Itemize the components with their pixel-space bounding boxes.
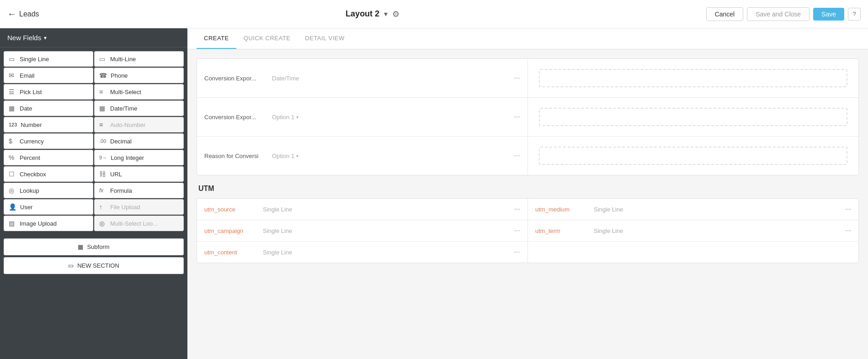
field-actions-menu[interactable]: ··· [514,152,520,160]
field-pick-list[interactable]: ☰ Pick List [4,84,93,100]
multi-line-icon: ▭ [99,55,107,63]
back-button[interactable]: ← Leads [7,9,39,19]
field-actions-menu[interactable]: ··· [514,205,520,213]
layout-content: Conversion Expor... Date/Time ··· Conver… [187,49,868,272]
field-type: Date/Time [272,75,511,82]
field-long-integer[interactable]: 9→ Long Integer [94,150,184,165]
field-date[interactable]: ▦ Date [4,100,93,116]
field-checkbox[interactable]: ☐ Checkbox [4,166,93,182]
field-actions-menu[interactable]: ··· [845,227,851,235]
field-cell-empty [528,98,858,136]
option-value: Option 1 [272,153,294,159]
conversion-section: Conversion Expor... Date/Time ··· Conver… [197,58,859,175]
drop-zone[interactable] [539,108,847,126]
tabs-bar: CREATE QUICK CREATE DETAIL VIEW [187,28,868,49]
field-label: Auto-Number [110,121,145,128]
option-dropdown-icon[interactable]: ▾ [296,153,298,158]
field-percent[interactable]: % Percent [4,150,93,165]
currency-icon: $ [9,137,16,145]
drop-zone[interactable] [539,69,847,87]
field-actions-menu[interactable]: ··· [514,74,520,82]
tab-create[interactable]: CREATE [197,28,236,49]
field-image-upload[interactable]: ▨ Image Upload [4,216,93,231]
save-button[interactable]: Save [813,8,844,21]
field-phone[interactable]: ☎ Phone [94,68,184,83]
topbar-center: Layout 2 ▾ ⚙ [39,9,706,19]
sidebar-bottom: ▦ Subform ▭ NEW SECTION [0,235,187,278]
field-actions-menu[interactable]: ··· [514,227,520,235]
field-file-upload: ↑ File Upload [94,199,184,215]
tab-detail-view[interactable]: DETAIL VIEW [298,28,351,49]
tab-quick-create[interactable]: QUICK CREATE [236,28,298,49]
subform-label: Subform [87,243,109,250]
field-number[interactable]: 123 Number [4,117,93,132]
drop-zone[interactable] [539,147,847,165]
field-decimal[interactable]: .00 Decimal [94,133,184,149]
field-label: Currency [20,138,44,145]
new-section-button[interactable]: ▭ NEW SECTION [4,257,184,274]
cancel-button[interactable]: Cancel [706,7,744,21]
utm-cell: utm_medium Single Line ··· [528,199,858,220]
help-icon[interactable]: ? [848,8,861,21]
field-user[interactable]: 👤 User [4,199,93,215]
field-label: Phone [111,72,128,79]
field-label: Long Integer [111,154,144,161]
file-upload-icon: ↑ [99,203,107,211]
new-fields-label: New Fields [7,34,41,42]
layout-dropdown-icon[interactable]: ▾ [384,10,388,18]
field-label: Multi-Select Loo... [110,220,158,227]
field-label: Multi-Line [110,56,136,63]
field-email[interactable]: ✉ Email [4,68,93,83]
utm-field-type: Single Line [263,206,511,213]
field-cell: Reason for Conversi Option 1 ▾ ··· [197,137,528,175]
utm-field-name: utm_medium [535,206,590,213]
sidebar: New Fields ▾ ▭ Single Line ▭ Multi-Line … [0,28,187,359]
new-section-icon: ▭ [68,262,74,269]
back-arrow-icon: ← [7,9,16,19]
chevron-down-icon[interactable]: ▾ [44,35,47,41]
single-line-icon: ▭ [9,55,16,63]
field-multi-select[interactable]: ≡ Multi-Select [94,84,184,100]
field-actions-menu[interactable]: ··· [845,205,851,213]
field-label: Image Upload [20,220,57,227]
option-value: Option 1 [272,114,294,121]
utm-cell: utm_source Single Line ··· [197,199,528,220]
datetime-icon: ▦ [99,105,107,112]
utm-cell: utm_campaign Single Line ··· [197,220,528,241]
subform-button[interactable]: ▦ Subform [4,238,184,255]
option-dropdown-icon[interactable]: ▾ [296,115,298,120]
field-label: Percent [20,154,40,161]
field-currency[interactable]: $ Currency [4,133,93,149]
field-multi-line[interactable]: ▭ Multi-Line [94,51,184,67]
utm-field-name: utm_source [204,206,259,213]
save-and-close-button[interactable]: Save and Close [747,7,809,21]
email-icon: ✉ [9,72,16,79]
field-url[interactable]: ⛓ URL [94,166,184,182]
decimal-icon: .00 [99,138,107,144]
checkbox-icon: ☐ [9,170,16,178]
table-row: Reason for Conversi Option 1 ▾ ··· [197,137,858,175]
field-formula[interactable]: fx Formula [94,183,184,198]
field-label: Lookup [20,187,39,194]
field-multi-select-lookup: ◎ Multi-Select Loo... [94,216,184,231]
field-single-line[interactable]: ▭ Single Line [4,51,93,67]
field-label: Formula [110,187,132,194]
field-label: Email [20,72,35,79]
gear-icon[interactable]: ⚙ [392,9,399,19]
field-label: URL [110,171,122,178]
utm-field-type: Single Line [594,206,841,213]
field-actions-menu[interactable]: ··· [514,113,520,121]
multi-select-lookup-icon: ◎ [99,220,107,227]
image-upload-icon: ▨ [9,220,16,227]
field-actions-menu[interactable]: ··· [514,248,520,256]
percent-icon: % [9,154,16,161]
url-icon: ⛓ [99,170,107,178]
user-icon: 👤 [9,203,16,211]
field-cell-empty [528,137,858,175]
field-lookup[interactable]: ◎ Lookup [4,183,93,198]
utm-grid: utm_source Single Line ··· utm_medium Si… [197,198,859,263]
field-cell: Conversion Expor... Option 1 ▾ ··· [197,98,528,136]
field-label: File Upload [110,204,140,211]
field-datetime[interactable]: ▦ Date/Time [94,100,184,116]
number-icon: 123 [9,122,17,127]
